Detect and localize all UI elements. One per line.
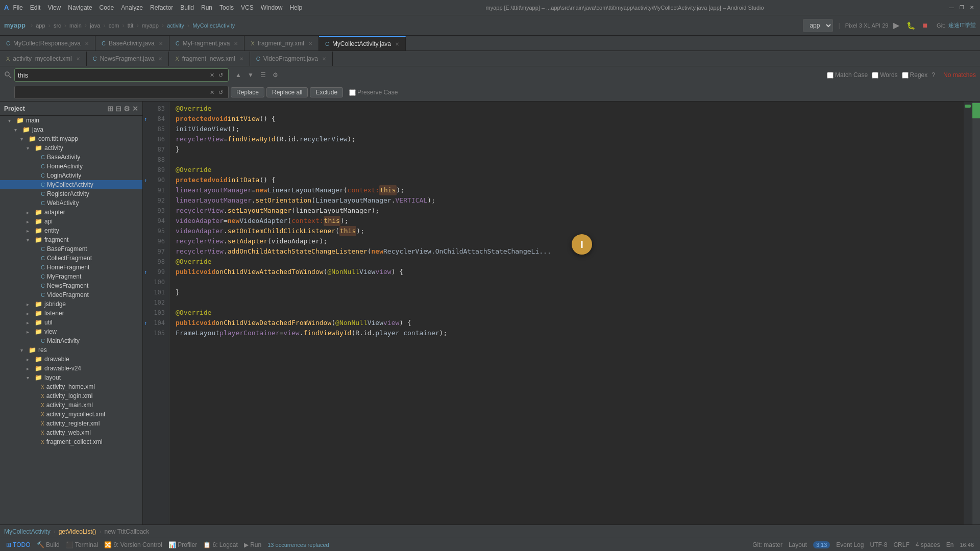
status-layout[interactable]: Layout (789, 541, 807, 548)
tab-fragmentnews[interactable]: X fragment_news.xml ✕ (169, 52, 250, 66)
menu-tools[interactable]: Tools (219, 4, 234, 11)
tree-item-mycollectactivity[interactable]: C MyCollectActivity (0, 180, 142, 189)
menu-navigate[interactable]: Navigate (68, 4, 92, 11)
search-refresh-btn[interactable]: ↺ (216, 71, 225, 79)
status-eventlog[interactable]: Event Log (836, 541, 864, 548)
tree-item-activity[interactable]: ▾ 📁 activity (0, 143, 142, 153)
tab-close-activitymycollect[interactable]: ✕ (76, 56, 80, 62)
tree-item-drawable[interactable]: ▸ 📁 drawable (0, 355, 142, 364)
tree-item-activity-web-xml[interactable]: X activity_web.xml (0, 428, 142, 437)
words-checkbox[interactable] (872, 72, 878, 79)
minimize-button[interactable]: — (947, 4, 955, 12)
menu-analyze[interactable]: Analyze (121, 4, 143, 11)
sidebar-collapse-icon[interactable]: ⊟ (115, 105, 121, 113)
filter-btn[interactable]: ⚙ (270, 69, 281, 81)
menu-view[interactable]: View (47, 4, 61, 11)
tree-item-view[interactable]: ▸ 📁 view (0, 327, 142, 336)
prev-match-button[interactable]: ▲ (233, 69, 244, 81)
tree-item-registeractivity[interactable]: C RegisterActivity (0, 189, 142, 198)
tree-item-homeactivity[interactable]: C HomeActivity (0, 162, 142, 171)
sidebar-close-icon[interactable]: ✕ (132, 105, 138, 113)
status-lineending[interactable]: CRLF (893, 541, 909, 548)
menu-file[interactable]: File (13, 4, 22, 11)
tree-item-baseactivity[interactable]: C BaseActivity (0, 153, 142, 162)
tree-item-jsbridge[interactable]: ▸ 📁 jsbridge (0, 299, 142, 309)
menu-window[interactable]: Window (261, 4, 283, 11)
menu-edit[interactable]: Edit (30, 4, 41, 11)
bottom-breadcrumb-mycollect[interactable]: MyCollectActivity (4, 528, 51, 535)
code-editor[interactable]: @Override protected void initView() { in… (169, 102, 964, 524)
tree-item-collectfragment[interactable]: C CollectFragment (0, 254, 142, 263)
maximize-button[interactable]: ❐ (958, 4, 966, 12)
tab-mycollectresponse[interactable]: C MyCollectResponse.java ✕ (0, 36, 95, 51)
match-case-checkbox[interactable] (827, 72, 834, 79)
status-build[interactable]: 🔨 Build (37, 541, 60, 548)
tab-close-mycollectresponse[interactable]: ✕ (85, 41, 89, 46)
tree-item-api[interactable]: ▸ 📁 api (0, 217, 142, 226)
tab-close-baseactivity[interactable]: ✕ (159, 41, 163, 46)
tab-close-videofragment[interactable]: ✕ (322, 56, 326, 62)
match-case-option[interactable]: Match Case (827, 71, 868, 79)
sidebar-settings-icon[interactable]: ⚙ (124, 105, 130, 113)
replace-refresh-btn[interactable]: ↺ (216, 89, 225, 96)
tree-item-java[interactable]: ▾ 📁 java (0, 125, 142, 134)
status-vcs[interactable]: 🔀 9: Version Control (104, 541, 162, 548)
tree-item-com[interactable]: ▾ 📁 com.ttit.myapp (0, 134, 142, 143)
close-button[interactable]: ✕ (968, 4, 976, 12)
status-logcat[interactable]: 📋 6: Logcat (203, 541, 238, 548)
toolbar-stop-btn[interactable]: ■ (922, 21, 927, 30)
menu-refactor[interactable]: Refactor (150, 4, 173, 11)
menu-run[interactable]: Run (201, 4, 212, 11)
tab-myfragment[interactable]: C MyFragment.java ✕ (169, 36, 245, 51)
tree-item-util[interactable]: ▸ 📁 util (0, 318, 142, 327)
words-option[interactable]: Words (872, 71, 897, 79)
tree-item-activity-register-xml[interactable]: X activity_register.xml (0, 419, 142, 428)
tab-close-fragmentnews[interactable]: ✕ (239, 56, 243, 62)
tree-item-videofragment-file[interactable]: C VideoFragment (0, 290, 142, 299)
tree-item-entity[interactable]: ▸ 📁 entity (0, 226, 142, 235)
tree-item-mainactivity[interactable]: C MainActivity (0, 336, 142, 345)
tree-item-basefragment[interactable]: C BaseFragment (0, 244, 142, 254)
replace-button[interactable]: Replace (231, 87, 264, 97)
tree-item-activity-login-xml[interactable]: X activity_login.xml (0, 391, 142, 400)
tab-close-mycollectactivity[interactable]: ✕ (395, 41, 399, 47)
search-clear-btn[interactable]: ✕ (208, 71, 216, 79)
preserve-case-option[interactable]: Preserve Case (349, 89, 398, 96)
tab-newsfragment[interactable]: C NewsFragment.java ✕ (87, 52, 169, 66)
status-lang[interactable]: En (946, 541, 954, 548)
tab-close-fragmentmy[interactable]: ✕ (308, 41, 312, 46)
tab-close-newsfragment[interactable]: ✕ (158, 56, 162, 62)
menu-help[interactable]: Help (289, 4, 302, 11)
tree-item-fragment-collect-xml[interactable]: X fragment_collect.xml (0, 437, 142, 446)
status-terminal[interactable]: ⬛ Terminal (66, 541, 98, 548)
status-profiler[interactable]: 📊 Profiler (168, 541, 197, 548)
tree-item-homefragment[interactable]: C HomeFragment (0, 263, 142, 272)
tree-item-webactivity[interactable]: C WebActivity (0, 198, 142, 208)
device-selector[interactable]: app (803, 19, 833, 32)
tab-close-myfragment[interactable]: ✕ (234, 41, 238, 46)
tree-item-listener[interactable]: ▸ 📁 listener (0, 309, 142, 318)
bottom-breadcrumb-getvideolist[interactable]: getVideoList() (59, 528, 96, 535)
replace-clear-btn[interactable]: ✕ (208, 89, 216, 96)
regex-option[interactable]: Regex (902, 71, 928, 79)
tree-item-res[interactable]: ▾ 📁 res (0, 345, 142, 355)
tab-fragmentmy[interactable]: X fragment_my.xml ✕ (244, 36, 318, 51)
replace-all-button[interactable]: Replace all (266, 87, 308, 97)
ai-indicator[interactable]: I (572, 234, 592, 255)
menu-vcs[interactable]: VCS (241, 4, 254, 11)
status-git[interactable]: Git: master (752, 541, 782, 548)
tab-activitymycollect[interactable]: X activity_mycollect.xml ✕ (0, 52, 87, 66)
toolbar-build-btn[interactable]: ▶ (893, 20, 899, 30)
tree-item-activity-home-xml[interactable]: X activity_home.xml (0, 382, 142, 391)
status-todo[interactable]: ⊞ TODO (6, 541, 31, 548)
menu-code[interactable]: Code (100, 4, 114, 11)
tree-item-activity-mycollect-xml[interactable]: X activity_mycollect.xml (0, 410, 142, 419)
tree-item-adapter[interactable]: ▸ 📁 adapter (0, 208, 142, 217)
search-input[interactable] (18, 71, 208, 79)
tree-item-loginactivity[interactable]: C LoginActivity (0, 171, 142, 180)
status-run[interactable]: ▶ Run (244, 541, 261, 548)
exclude-button[interactable]: Exclude (310, 87, 343, 97)
regex-checkbox[interactable] (902, 72, 909, 79)
tree-item-drawable-v24[interactable]: ▸ 📁 drawable-v24 (0, 364, 142, 373)
search-options-btn[interactable]: ☰ (257, 69, 268, 81)
